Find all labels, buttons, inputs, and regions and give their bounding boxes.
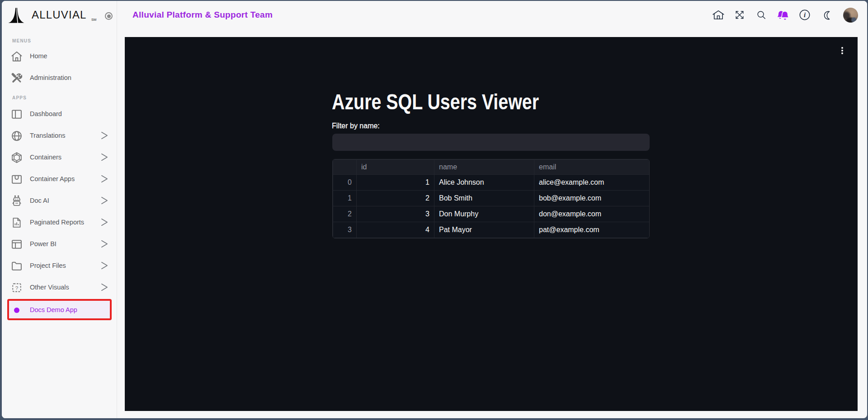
svg-text:i: i <box>804 11 806 19</box>
svg-text:?: ? <box>15 285 19 291</box>
